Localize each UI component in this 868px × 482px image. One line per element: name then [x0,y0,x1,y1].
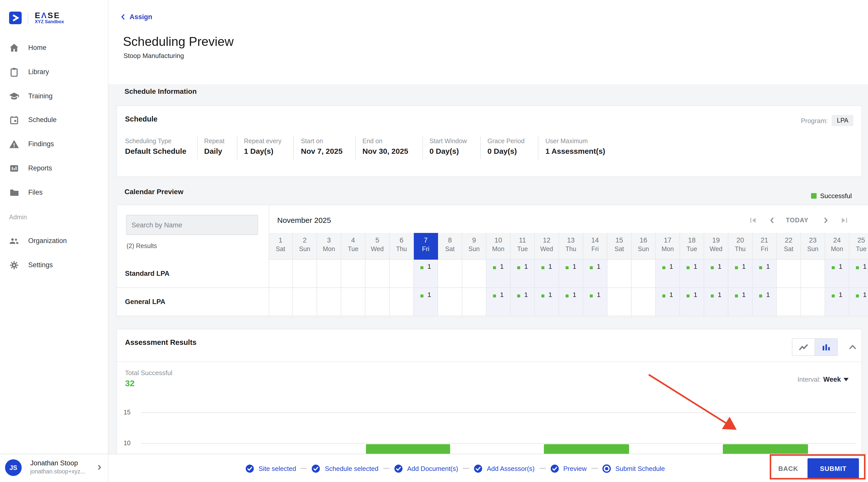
calendar-day-header-22[interactable]: 22Sat [777,233,801,260]
sidebar-item-settings[interactable]: Settings [0,253,107,277]
successful-dot-icon [541,266,545,269]
calendar-prev-button[interactable] [768,216,776,224]
step-submit-schedule: Submit Schedule [602,464,665,473]
brand-wordmark: EΛSE [35,11,60,20]
calendar-day-header-18[interactable]: 18Tue [680,233,704,260]
assessment-count: 1 [549,291,552,299]
collapse-section-button[interactable] [848,343,858,351]
calendar-day-header-20[interactable]: 20Thu [728,233,752,260]
calendar-day-header-2[interactable]: 2Sun [293,233,317,260]
calendar-day-header-10[interactable]: 10Mon [487,233,510,260]
field-label: Start on [301,138,342,145]
assessment-count: 1 [863,291,867,299]
calendar-cell-day-13: 1 [559,288,583,316]
sidebar-item-organization[interactable]: Organization [0,230,107,252]
sidebar-item-library[interactable]: Library [0,60,107,84]
sidebar-item-home[interactable]: Home [0,36,107,60]
successful-dot-icon [517,266,520,269]
user-email: jonathan.stoop+xyz... [30,469,85,475]
schedule-field-end-on: End onNov 30, 2025 [363,138,408,155]
calendar-cell-day-11: 1 [510,260,535,288]
calendar-day-header-6[interactable]: 6Thu [390,233,414,260]
calendar-cell-day-6 [390,260,414,288]
sidebar-item-label: Training [28,92,53,99]
calendar-day-header-14[interactable]: 14Fri [583,233,608,260]
assessment-count: 1 [718,291,721,299]
calendar-next-button[interactable] [822,216,830,224]
calendar-cell-day-25: 1 [849,288,868,316]
successful-dot-icon [662,295,665,298]
schedule-information-section-title: Schedule Information [124,87,196,95]
calendar-day-header-23[interactable]: 23Sun [801,233,825,260]
field-divider [197,136,197,159]
calendar-cell-day-4 [341,288,366,316]
assessment-count: 1 [670,291,673,299]
calendar-day-header-3[interactable]: 3Mon [317,233,341,260]
calendar-month-title: November 2025 [277,216,331,224]
calendar-day-header-17[interactable]: 17Mon [656,233,680,260]
sidebar-item-label: Organization [28,237,67,244]
calendar-cell-day-22 [777,260,801,288]
sidebar-item-findings[interactable]: Findings [0,132,107,156]
calendar-cell-day-9 [462,288,487,316]
user-profile[interactable]: JS Jonathan Stoop jonathan.stoop+xyz... [0,454,108,482]
sidebar-item-reports[interactable]: Reports [0,157,107,180]
sidebar-item-files[interactable]: Files [0,181,107,204]
field-label: Scheduling Type [125,138,186,145]
assessment-count: 1 [766,263,770,270]
sidebar: EΛSE XYZ Sandbox HomeLibraryTrainingSche… [0,0,108,482]
calendar-cell-day-5 [366,288,390,316]
calendar-day-header-13[interactable]: 13Thu [559,233,583,260]
calendar-today-button[interactable]: TODAY [786,217,808,224]
step-connector [539,468,546,469]
calendar-day-header-7[interactable]: 7Fri [414,233,438,260]
back-to-assign-link[interactable]: Assign [120,13,152,21]
calendar-day-header-12[interactable]: 12Wed [535,233,559,260]
step-connector [383,468,390,469]
calendar-day-header-8[interactable]: 8Sat [438,233,462,260]
calendar-day-header-1[interactable]: 1Sat [269,233,293,260]
sidebar-item-label: Home [28,44,46,52]
sidebar-item-training[interactable]: Training [0,85,107,108]
calendar-first-button[interactable] [749,216,757,224]
back-button[interactable]: BACK [774,463,802,475]
sidebar-item-schedule[interactable]: Schedule [0,109,107,132]
field-label: Repeat [204,138,224,145]
calendar-day-header-19[interactable]: 19Wed [704,233,728,260]
calendar-day-header-15[interactable]: 15Sat [608,233,631,260]
calendar-day-header-11[interactable]: 11Tue [510,233,535,260]
caret-down-icon [843,377,849,382]
search-input[interactable] [126,215,258,235]
calendar-cell-day-2 [293,288,317,316]
successful-legend: Successful [811,192,852,200]
calendar-cell-day-6 [390,288,414,316]
calendar-cell-day-21: 1 [752,288,777,316]
calendar-day-header-24[interactable]: 24Mon [825,233,849,260]
assessment-count: 1 [718,263,721,270]
field-value: 0 Day(s) [488,147,525,155]
total-successful-label: Total Successful [125,369,173,376]
calendar-day-header-25[interactable]: 25Tue [849,233,868,260]
calendar-day-header-4[interactable]: 4Tue [341,233,366,260]
step-check-icon [394,464,403,473]
bar-chart-toggle-button[interactable] [814,339,837,356]
interval-dropdown[interactable]: Interval: Week [798,375,849,383]
calendar-row-label-standard-lpa: Standard LPA [117,260,269,288]
line-chart-toggle-button[interactable] [793,339,814,356]
submit-button[interactable]: SUBMIT [807,458,859,479]
calendar-day-header-9[interactable]: 9Sun [462,233,487,260]
calendar-last-button[interactable] [840,216,848,224]
organization-icon [8,236,20,246]
field-divider [237,136,238,159]
card-divider [117,361,862,362]
calendar-day-header-5[interactable]: 5Wed [366,233,390,260]
calendar-day-header-21[interactable]: 21Fri [752,233,777,260]
field-divider [293,136,294,159]
step-add-document-s: Add Document(s) [394,464,458,473]
calendar-cell-day-18: 1 [680,288,704,316]
calendar-cell-day-21: 1 [752,260,777,288]
field-value: Nov 7, 2025 [301,147,342,155]
schedule-field-user-maximum: User Maximum1 Assessment(s) [546,138,605,155]
calendar-cell-day-24: 1 [825,260,849,288]
calendar-day-header-16[interactable]: 16Sun [631,233,656,260]
